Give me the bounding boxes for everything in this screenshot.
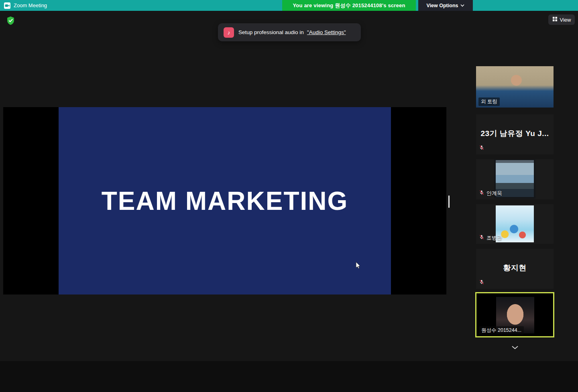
mic-muted-icon — [479, 190, 484, 197]
view-button[interactable]: View — [548, 14, 575, 25]
mic-muted-icon — [479, 145, 484, 152]
participant-name: 23기 남유정 Yu J... — [476, 128, 554, 139]
viewing-banner: You are viewing 원성수 2015244108's screen — [282, 0, 416, 11]
zoom-logo-icon — [4, 2, 10, 9]
presentation-slide: TEAM MARKETING — [59, 107, 391, 295]
slide-title: TEAM MARKETING — [102, 186, 348, 216]
participant-name: 원성수 2015244... — [479, 326, 524, 335]
meeting-toolbar: Unmute Start Video Participants 23 Chat … — [0, 361, 578, 392]
chevron-down-icon — [511, 345, 519, 351]
toast-message: Setup professional audio in — [238, 29, 304, 35]
mic-muted-icon — [479, 234, 484, 242]
mic-muted-icon — [479, 279, 484, 286]
participant-name: 안계욱 — [486, 190, 502, 197]
participant-tile[interactable]: 조병관 — [476, 204, 554, 244]
view-button-label: View — [560, 17, 571, 23]
music-note-icon: ♪ — [224, 27, 234, 38]
audio-settings-link[interactable]: "Audio Settings" — [307, 29, 346, 35]
window-title: Zoom Meeting — [14, 2, 47, 8]
grid-view-icon — [552, 16, 558, 23]
view-options-button[interactable]: View Options — [418, 0, 473, 11]
participant-tile-active-speaker[interactable]: 원성수 2015244... — [475, 292, 554, 337]
participant-name: 조병관 — [486, 234, 502, 242]
meeting-topbar: Zoom Meeting You are viewing 원성수 2015244… — [0, 0, 578, 11]
scroll-participants-down-button[interactable] — [499, 342, 531, 353]
participant-tile[interactable]: 황지현 — [476, 249, 554, 289]
chevron-down-icon — [460, 3, 464, 8]
participant-tile[interactable]: 안계욱 — [476, 159, 554, 199]
viewing-banner-text: You are viewing 원성수 2015244108's screen — [293, 2, 405, 9]
audio-setup-toast: ♪ Setup professional audio in "Audio Set… — [218, 23, 361, 41]
shared-screen: TEAM MARKETING — [3, 107, 446, 295]
security-shield-icon[interactable] — [6, 16, 15, 26]
participant-name: 외 토링 — [478, 97, 500, 106]
participant-name: 황지현 — [476, 263, 554, 273]
participant-tile[interactable]: 23기 남유정 Yu J... — [476, 114, 554, 154]
panel-resize-handle[interactable] — [448, 195, 450, 208]
view-options-label: View Options — [427, 3, 458, 8]
mouse-cursor — [356, 262, 360, 270]
participant-tile[interactable]: 외 토링 — [476, 66, 554, 108]
